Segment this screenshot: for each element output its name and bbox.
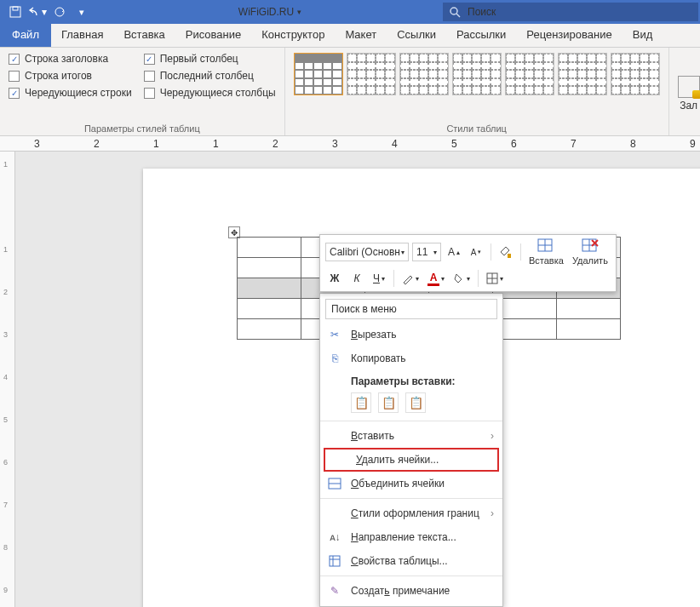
svg-line-4: [456, 14, 460, 17]
tab-review[interactable]: Рецензирование: [516, 24, 622, 47]
table-props-icon: [327, 555, 342, 567]
tab-design[interactable]: Конструктор: [251, 24, 335, 47]
font-size-select[interactable]: 11▾: [412, 243, 441, 261]
checkbox-label: Чередующиеся строки: [25, 87, 132, 99]
delete-split[interactable]: Удалить: [570, 238, 611, 266]
title-bar: ▾ ▾ WiFiGiD.RU▾ Поиск: [0, 0, 700, 24]
font-family-select[interactable]: Calibri (Основн▾: [325, 243, 409, 261]
menu-merge-cells[interactable]: Объединить ячейки: [320, 472, 502, 495]
chevron-right-icon: ›: [491, 430, 494, 442]
decrease-font-button[interactable]: A▾: [467, 243, 485, 261]
insert-split[interactable]: Вставка: [526, 238, 566, 266]
context-menu: Поиск в меню ✂ВВырезатьырезать ⎘Копирова…: [319, 293, 503, 607]
copy-icon: ⎘: [327, 352, 342, 364]
paste-options: 📋 📋 📋: [320, 391, 502, 418]
search-placeholder: Поиск: [468, 6, 496, 18]
tab-home[interactable]: Главная: [51, 24, 113, 47]
tab-file[interactable]: Файл: [0, 24, 51, 47]
menu-search[interactable]: Поиск в меню: [325, 299, 497, 319]
svg-rect-0: [10, 7, 20, 17]
undo-button[interactable]: ▾: [27, 2, 48, 22]
svg-rect-19: [330, 556, 340, 566]
check-right-2[interactable]: Чередующиеся столбцы: [144, 87, 276, 99]
checkbox[interactable]: [9, 71, 20, 82]
check-left-0[interactable]: ✓Строка заголовка: [9, 53, 132, 65]
svg-point-3: [450, 8, 457, 14]
ribbon: ✓Строка заголовкаСтрока итогов✓Чередующи…: [0, 48, 700, 136]
checkbox-label: Первый столбец: [160, 53, 238, 65]
group-table-styles: Стили таблиц: [285, 48, 669, 135]
increase-font-button[interactable]: A▴: [445, 243, 463, 261]
text-direction-icon: ᴀ↓: [327, 531, 342, 543]
table-style-0[interactable]: [294, 53, 343, 95]
format-painter-button[interactable]: [496, 243, 515, 261]
cut-icon: ✂: [327, 329, 342, 341]
font-color-button[interactable]: А▾: [425, 269, 447, 288]
tab-insert[interactable]: Вставка: [113, 24, 175, 47]
mini-toolbar: Calibri (Основн▾ 11▾ A▴ A▾ Вставка Удали…: [319, 234, 617, 292]
table-style-3[interactable]: [452, 53, 502, 95]
table-style-6[interactable]: [611, 53, 660, 95]
shading-label: Зал: [680, 100, 697, 112]
paste-text-only[interactable]: 📋: [405, 392, 426, 413]
merge-icon: [327, 478, 342, 490]
tab-view[interactable]: Вид: [623, 24, 663, 47]
checkbox-label: Чередующиеся столбцы: [160, 87, 276, 99]
svg-rect-5: [508, 254, 511, 258]
shading-mini-button[interactable]: ▾: [450, 269, 473, 288]
checkbox[interactable]: ✓: [9, 54, 20, 65]
checkbox[interactable]: ✓: [9, 88, 20, 99]
tab-mailings[interactable]: Рассылки: [446, 24, 516, 47]
ribbon-tabs: Файл Главная Вставка Рисование Конструкт…: [0, 24, 700, 48]
group-table-style-options: ✓Строка заголовкаСтрока итогов✓Чередующи…: [0, 48, 285, 135]
table-style-1[interactable]: [347, 53, 396, 95]
checkbox-label: Строка итогов: [25, 70, 92, 82]
table-style-4[interactable]: [505, 53, 554, 95]
checkbox[interactable]: [144, 71, 155, 82]
group-title-styles: Стили таблиц: [294, 122, 660, 134]
menu-cut[interactable]: ✂ВВырезатьырезать: [320, 323, 502, 346]
shading-button[interactable]: Зал: [669, 48, 700, 135]
italic-button[interactable]: К: [347, 269, 366, 288]
checkbox-label: Последний столбец: [160, 70, 254, 82]
search-box[interactable]: Поиск: [443, 3, 698, 21]
paste-options-header: Параметры вставки:: [320, 370, 502, 391]
table-styles-gallery[interactable]: [294, 51, 660, 122]
horizontal-ruler: 321123456789: [0, 136, 700, 152]
tab-references[interactable]: Ссылки: [387, 24, 446, 47]
bold-button[interactable]: Ж: [325, 269, 344, 288]
menu-insert[interactable]: Вставить›: [320, 424, 502, 448]
qat-customize[interactable]: ▾: [72, 2, 92, 22]
menu-copy[interactable]: ⎘Копировать: [320, 346, 502, 370]
tab-draw[interactable]: Рисование: [175, 24, 251, 47]
menu-new-comment[interactable]: ✎Создать примечание: [320, 579, 502, 603]
group-title-options: Параметры стилей таблиц: [9, 122, 276, 134]
check-left-2[interactable]: ✓Чередующиеся строки: [9, 87, 132, 99]
check-right-0[interactable]: ✓Первый столбец: [144, 53, 276, 65]
borders-mini-button[interactable]: ▾: [484, 269, 506, 288]
quick-access-toolbar: ▾ ▾: [0, 0, 97, 24]
checkbox-label: Строка заголовка: [25, 53, 108, 65]
search-icon: [450, 7, 461, 18]
tab-layout[interactable]: Макет: [335, 24, 387, 47]
check-left-1[interactable]: Строка итогов: [9, 70, 132, 82]
checkbox[interactable]: ✓: [144, 54, 155, 65]
paste-keep-formatting[interactable]: 📋: [351, 392, 371, 413]
save-button[interactable]: [5, 2, 26, 22]
menu-text-direction[interactable]: ᴀ↓Направление текста...: [320, 525, 502, 549]
menu-delete-cells[interactable]: Удалить ячейки...: [324, 448, 499, 472]
paste-merge[interactable]: 📋: [378, 392, 399, 413]
vertical-ruler: 1123456789: [0, 152, 15, 607]
table-style-5[interactable]: [558, 53, 607, 95]
redo-button[interactable]: [49, 2, 70, 22]
svg-rect-1: [13, 7, 18, 10]
check-right-1[interactable]: Последний столбец: [144, 70, 276, 82]
checkbox[interactable]: [144, 88, 155, 99]
table-style-2[interactable]: [399, 53, 449, 95]
pen-color-button[interactable]: ▾: [399, 269, 422, 288]
underline-button[interactable]: Ч▾: [370, 269, 388, 288]
shading-icon: [678, 76, 700, 98]
document-title: WiFiGiD.RU▾: [97, 6, 443, 18]
menu-table-properties[interactable]: Свойства таблицы...: [320, 549, 502, 573]
menu-border-styles[interactable]: Стили оформления границ›: [320, 501, 502, 525]
